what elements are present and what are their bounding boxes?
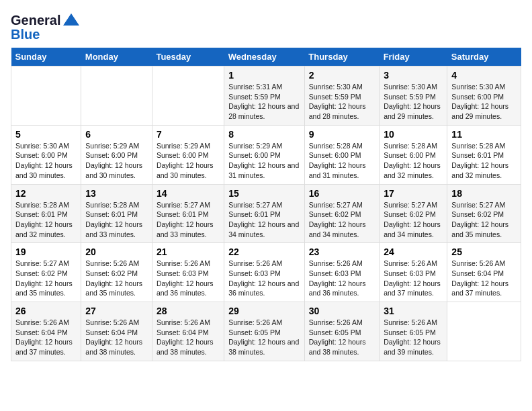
header-thursday: Thursday <box>304 48 379 66</box>
day-info: Daylight: 12 hours and 38 minutes. <box>157 337 220 357</box>
day-cell: 31Sunrise: 5:26 AMSunset: 6:05 PMDayligh… <box>380 302 447 361</box>
day-info: Sunrise: 5:28 AM <box>15 200 77 210</box>
day-cell <box>447 302 521 361</box>
week-row-3: 12Sunrise: 5:28 AMSunset: 6:01 PMDayligh… <box>11 184 521 243</box>
day-cell: 11Sunrise: 5:28 AMSunset: 6:01 PMDayligh… <box>447 125 521 184</box>
week-row-1: 1Sunrise: 5:31 AMSunset: 5:59 PMDaylight… <box>11 66 521 126</box>
day-info: Sunset: 6:03 PM <box>228 269 300 279</box>
header-wednesday: Wednesday <box>224 48 305 66</box>
day-info: Daylight: 12 hours and 30 minutes. <box>157 161 220 180</box>
day-number: 1 <box>228 70 300 81</box>
day-info: Daylight: 12 hours and 29 minutes. <box>451 101 517 121</box>
day-cell: 17Sunrise: 5:27 AMSunset: 6:02 PMDayligh… <box>380 184 447 243</box>
day-info: Sunrise: 5:28 AM <box>85 200 148 210</box>
day-number: 12 <box>15 188 77 199</box>
day-number: 16 <box>309 188 375 199</box>
day-info: Sunset: 6:00 PM <box>157 150 220 161</box>
day-number: 23 <box>309 246 375 257</box>
header-friday: Friday <box>380 48 447 66</box>
day-info: Sunrise: 5:27 AM <box>309 200 375 210</box>
day-info: Sunrise: 5:26 AM <box>384 318 443 328</box>
day-info: Sunrise: 5:26 AM <box>85 318 148 328</box>
day-number: 20 <box>85 246 148 257</box>
day-info: Sunrise: 5:26 AM <box>157 259 220 269</box>
day-info: Sunrise: 5:26 AM <box>309 259 375 269</box>
header-tuesday: Tuesday <box>152 48 224 66</box>
day-info: Sunrise: 5:26 AM <box>85 259 148 269</box>
day-info: Sunrise: 5:27 AM <box>228 200 300 210</box>
day-number: 28 <box>157 306 220 316</box>
day-number: 31 <box>384 306 443 316</box>
day-info: Sunrise: 5:28 AM <box>451 141 517 151</box>
day-info: Daylight: 12 hours and 35 minutes. <box>451 220 517 239</box>
day-info: Sunrise: 5:28 AM <box>384 141 443 151</box>
day-info: Daylight: 12 hours and 33 minutes. <box>157 220 220 239</box>
day-info: Sunset: 6:02 PM <box>384 210 443 220</box>
header-monday: Monday <box>81 48 152 66</box>
day-info: Sunrise: 5:27 AM <box>384 200 443 210</box>
day-cell: 30Sunrise: 5:26 AMSunset: 6:05 PMDayligh… <box>304 302 379 361</box>
day-info: Sunset: 6:01 PM <box>85 210 148 220</box>
day-info: Sunset: 6:00 PM <box>228 150 300 161</box>
day-info: Sunrise: 5:26 AM <box>15 318 77 328</box>
day-info: Daylight: 12 hours and 34 minutes. <box>228 220 300 239</box>
day-info: Sunset: 5:59 PM <box>228 92 300 102</box>
day-number: 15 <box>228 188 300 199</box>
day-cell <box>11 66 81 126</box>
day-info: Sunrise: 5:30 AM <box>15 141 77 151</box>
day-number: 21 <box>157 246 220 257</box>
day-number: 13 <box>85 188 148 199</box>
day-info: Sunset: 6:03 PM <box>157 269 220 279</box>
day-cell: 26Sunrise: 5:26 AMSunset: 6:04 PMDayligh… <box>11 302 81 361</box>
day-cell: 21Sunrise: 5:26 AMSunset: 6:03 PMDayligh… <box>152 243 224 302</box>
day-number: 6 <box>85 129 148 140</box>
day-info: Sunset: 5:59 PM <box>384 92 443 102</box>
day-number: 18 <box>451 188 517 199</box>
day-number: 26 <box>15 306 77 316</box>
day-number: 14 <box>157 188 220 199</box>
day-info: Daylight: 12 hours and 37 minutes. <box>15 337 77 357</box>
day-cell: 6Sunrise: 5:29 AMSunset: 6:00 PMDaylight… <box>81 125 152 184</box>
day-info: Sunrise: 5:26 AM <box>384 259 443 269</box>
day-info: Sunset: 6:00 PM <box>85 150 148 161</box>
day-info: Sunrise: 5:29 AM <box>85 141 148 151</box>
day-info: Daylight: 12 hours and 33 minutes. <box>85 220 148 239</box>
day-cell: 13Sunrise: 5:28 AMSunset: 6:01 PMDayligh… <box>81 184 152 243</box>
calendar-header-row: SundayMondayTuesdayWednesdayThursdayFrid… <box>11 48 521 66</box>
day-cell: 25Sunrise: 5:26 AMSunset: 6:04 PMDayligh… <box>447 243 521 302</box>
day-info: Sunset: 6:01 PM <box>451 150 517 161</box>
day-info: Sunset: 6:04 PM <box>85 328 148 338</box>
day-info: Sunrise: 5:26 AM <box>309 318 375 328</box>
calendar-table: SundayMondayTuesdayWednesdayThursdayFrid… <box>11 48 521 361</box>
day-info: Sunset: 5:59 PM <box>309 92 375 102</box>
day-info: Sunset: 6:04 PM <box>157 328 220 338</box>
day-number: 8 <box>228 129 300 140</box>
day-info: Sunset: 6:05 PM <box>309 328 375 338</box>
day-info: Sunset: 6:01 PM <box>157 210 220 220</box>
day-info: Sunrise: 5:31 AM <box>228 82 300 92</box>
day-cell <box>152 66 224 126</box>
day-number: 22 <box>228 246 300 257</box>
day-cell: 28Sunrise: 5:26 AMSunset: 6:04 PMDayligh… <box>152 302 224 361</box>
day-info: Daylight: 12 hours and 37 minutes. <box>384 279 443 298</box>
day-cell: 4Sunrise: 5:30 AMSunset: 6:00 PMDaylight… <box>447 66 521 126</box>
day-info: Sunrise: 5:30 AM <box>451 82 517 92</box>
svg-marker-0 <box>63 13 79 26</box>
day-cell: 24Sunrise: 5:26 AMSunset: 6:03 PMDayligh… <box>380 243 447 302</box>
day-number: 30 <box>309 306 375 316</box>
day-info: Sunrise: 5:27 AM <box>451 200 517 210</box>
logo: General Blue <box>11 11 81 42</box>
day-info: Sunset: 6:04 PM <box>451 269 517 279</box>
day-info: Sunset: 6:05 PM <box>228 328 300 338</box>
day-cell: 16Sunrise: 5:27 AMSunset: 6:02 PMDayligh… <box>304 184 379 243</box>
day-info: Sunset: 6:02 PM <box>451 210 517 220</box>
logo-general-text: General <box>11 13 60 28</box>
day-info: Sunrise: 5:30 AM <box>384 82 443 92</box>
header-sunday: Sunday <box>11 48 81 66</box>
day-cell: 7Sunrise: 5:29 AMSunset: 6:00 PMDaylight… <box>152 125 224 184</box>
day-number: 29 <box>228 306 300 316</box>
day-info: Daylight: 12 hours and 35 minutes. <box>15 279 77 298</box>
day-number: 27 <box>85 306 148 316</box>
day-info: Sunset: 6:00 PM <box>384 150 443 161</box>
day-number: 3 <box>384 70 443 81</box>
